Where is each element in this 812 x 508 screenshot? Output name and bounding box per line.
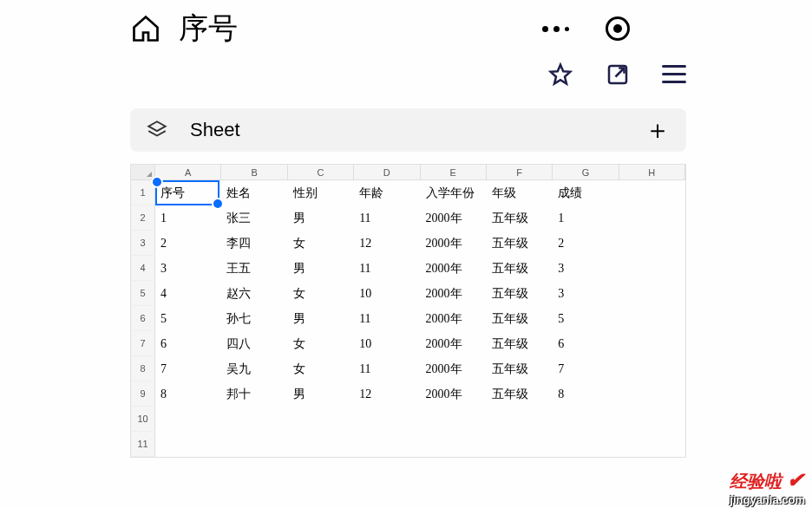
row-header[interactable]: 3	[131, 231, 155, 256]
col-header[interactable]: G	[553, 165, 619, 180]
cell[interactable]: 孙七	[221, 306, 287, 331]
row-header[interactable]: 5	[131, 281, 155, 306]
cell[interactable]: 12	[354, 381, 420, 407]
cell[interactable]: 12	[354, 231, 420, 256]
cell[interactable]: 2000年	[421, 331, 487, 356]
row-header[interactable]: 11	[131, 432, 155, 457]
cell[interactable]: 五年级	[487, 331, 553, 356]
cell[interactable]: 7	[553, 356, 619, 381]
cell[interactable]: 8	[155, 381, 221, 407]
cell[interactable]: 男	[288, 306, 354, 331]
open-external-icon[interactable]	[605, 62, 631, 88]
cell[interactable]	[487, 407, 553, 432]
cell[interactable]	[421, 407, 487, 432]
cell[interactable]	[619, 407, 685, 432]
cell[interactable]	[354, 407, 420, 432]
cell[interactable]: 2000年	[421, 381, 487, 407]
cell[interactable]	[619, 432, 685, 457]
cell[interactable]	[221, 432, 287, 457]
col-header[interactable]: C	[288, 165, 354, 180]
col-header[interactable]: H	[619, 165, 685, 180]
cell[interactable]: 3	[553, 281, 619, 306]
cell[interactable]: 邦十	[221, 381, 287, 407]
cell[interactable]	[288, 432, 354, 457]
cell[interactable]: 年级	[487, 180, 553, 205]
cell[interactable]: 2000年	[421, 306, 487, 331]
cell[interactable]: 女	[288, 331, 354, 356]
cell[interactable]: 11	[354, 205, 420, 231]
cell[interactable]	[421, 432, 487, 457]
cell[interactable]	[619, 381, 685, 407]
cell[interactable]: 男	[288, 205, 354, 231]
cell[interactable]	[155, 407, 221, 432]
cell[interactable]: 6	[553, 331, 619, 356]
cell[interactable]: 4	[155, 281, 221, 306]
cell[interactable]: 男	[288, 381, 354, 407]
record-icon[interactable]	[606, 16, 630, 41]
sheet-name[interactable]: Sheet	[190, 119, 645, 141]
cell[interactable]: 入学年份	[421, 180, 487, 205]
cell[interactable]: 2000年	[421, 281, 487, 306]
cell[interactable]	[619, 356, 685, 381]
cell[interactable]: 序号	[155, 180, 221, 205]
cell[interactable]: 6	[155, 331, 221, 356]
cell[interactable]	[619, 331, 685, 356]
cell[interactable]: 8	[553, 381, 619, 407]
cell[interactable]: 五年级	[487, 256, 553, 281]
cell[interactable]: 女	[288, 231, 354, 256]
cell[interactable]: 女	[288, 356, 354, 381]
cell[interactable]: 成绩	[553, 180, 619, 205]
row-header[interactable]: 9	[131, 381, 155, 407]
cell[interactable]: 五年级	[487, 356, 553, 381]
cell[interactable]: 五年级	[487, 306, 553, 331]
cell[interactable]	[221, 407, 287, 432]
cell[interactable]: 1	[553, 205, 619, 231]
cell[interactable]: 2000年	[421, 205, 487, 231]
row-header[interactable]: 1	[131, 180, 155, 205]
cell[interactable]: 张三	[221, 205, 287, 231]
cell[interactable]: 2000年	[421, 356, 487, 381]
row-header[interactable]: 4	[131, 256, 155, 281]
cell[interactable]: 五年级	[487, 231, 553, 256]
cell[interactable]	[487, 432, 553, 457]
cell[interactable]: 吴九	[221, 356, 287, 381]
cell[interactable]: 10	[354, 281, 420, 306]
cell[interactable]: 2	[553, 231, 619, 256]
cell[interactable]: 五年级	[487, 205, 553, 231]
spreadsheet-grid[interactable]: A B C D E F G H 1序号姓名性别年龄入学年份年级成绩21张三男11…	[130, 164, 686, 458]
cell[interactable]: 五年级	[487, 381, 553, 407]
row-header[interactable]: 10	[131, 407, 155, 432]
cell[interactable]: 3	[553, 256, 619, 281]
cell[interactable]: 姓名	[221, 180, 287, 205]
cell[interactable]: 年龄	[354, 180, 420, 205]
col-header[interactable]: B	[221, 165, 287, 180]
star-icon[interactable]	[547, 62, 573, 88]
row-header[interactable]: 7	[131, 331, 155, 356]
cell[interactable]	[619, 256, 685, 281]
cell[interactable]	[553, 432, 619, 457]
cell[interactable]: 10	[354, 331, 420, 356]
cell[interactable]	[553, 407, 619, 432]
cell[interactable]: 赵六	[221, 281, 287, 306]
cell[interactable]: 王五	[221, 256, 287, 281]
menu-icon[interactable]	[662, 65, 686, 83]
layers-icon[interactable]	[146, 119, 168, 141]
cell[interactable]	[619, 306, 685, 331]
cell[interactable]: 2000年	[421, 231, 487, 256]
cell[interactable]: 1	[155, 205, 221, 231]
cell[interactable]: 女	[288, 281, 354, 306]
cell[interactable]: 性别	[288, 180, 354, 205]
cell[interactable]: 3	[155, 256, 221, 281]
row-header[interactable]: 2	[131, 205, 155, 231]
cell[interactable]	[619, 231, 685, 256]
cell[interactable]: 2000年	[421, 256, 487, 281]
col-header[interactable]: E	[421, 165, 487, 180]
cell[interactable]: 11	[354, 356, 420, 381]
cell[interactable]: 四八	[221, 331, 287, 356]
row-header[interactable]: 8	[131, 356, 155, 381]
col-header[interactable]: D	[354, 165, 420, 180]
cell[interactable]: 5	[553, 306, 619, 331]
cell[interactable]	[619, 205, 685, 231]
cell[interactable]	[354, 432, 420, 457]
cell[interactable]: 11	[354, 306, 420, 331]
